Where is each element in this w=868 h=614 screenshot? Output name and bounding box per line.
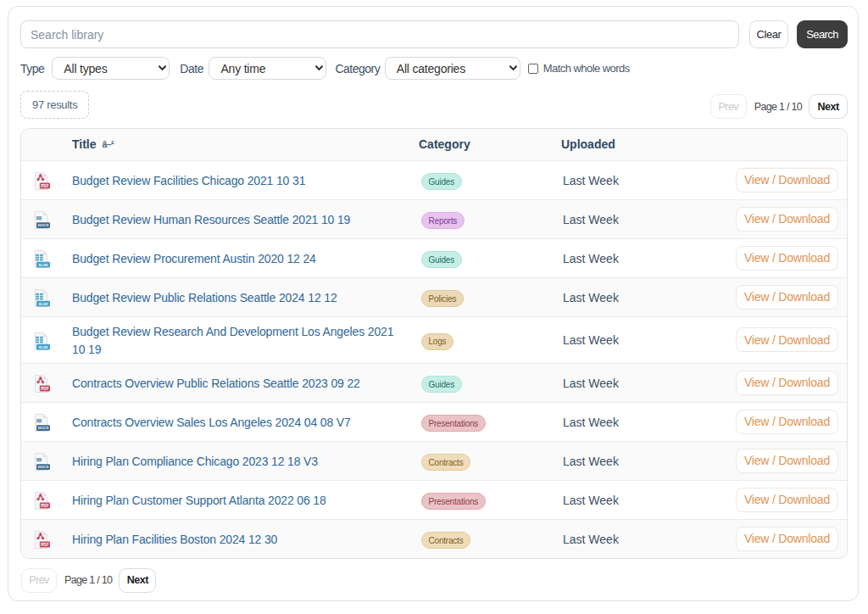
svg-text:DOCX: DOCX bbox=[38, 426, 49, 430]
svg-text:XLSX: XLSX bbox=[38, 344, 48, 349]
svg-text:PDF: PDF bbox=[41, 387, 48, 391]
svg-text:XLSX: XLSX bbox=[38, 302, 48, 306]
svg-text:DOCX: DOCX bbox=[38, 465, 49, 469]
svg-text:PDF: PDF bbox=[41, 504, 48, 508]
svg-text:PDF: PDF bbox=[41, 543, 48, 547]
svg-text:PDF: PDF bbox=[41, 184, 48, 188]
svg-text:DOCX: DOCX bbox=[38, 223, 49, 227]
svg-text:XLSX: XLSX bbox=[38, 263, 48, 267]
